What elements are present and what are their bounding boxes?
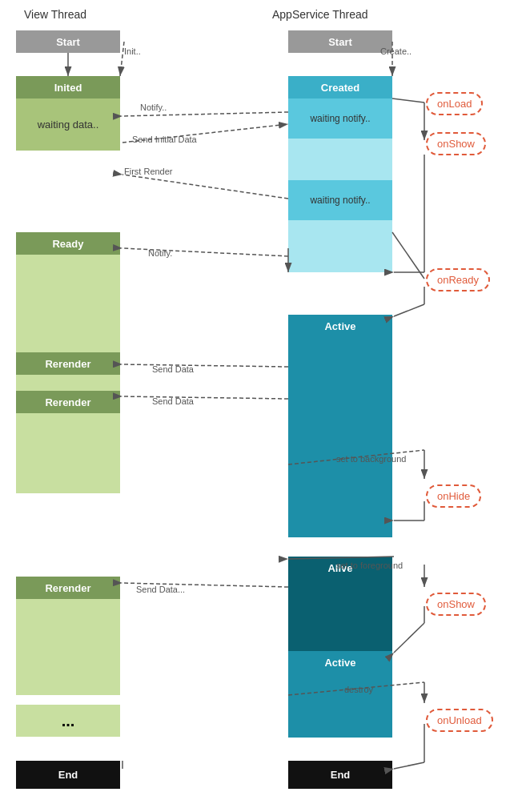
set-fg-label: set to foreground: [336, 561, 403, 570]
appservice-light-blue-gap2: [288, 220, 392, 272]
set-bg-label: set to background: [336, 454, 406, 464]
view-rerender2-block: Rerender: [16, 391, 120, 413]
appservice-waiting-notify2: waiting notify..: [288, 180, 392, 220]
view-inited-block: Inited: [16, 76, 120, 98]
appservice-created-block: Created: [288, 76, 392, 98]
appservice-thread-header: AppService Thread: [272, 8, 368, 21]
view-green-body1: [16, 375, 120, 391]
svg-line-26: [394, 623, 424, 653]
svg-line-9: [392, 232, 424, 279]
svg-line-18: [122, 396, 288, 399]
appservice-light-blue-gap: [288, 139, 392, 180]
onshow2-box: onShow: [426, 593, 486, 616]
view-waiting-data-block: waiting data..: [16, 98, 120, 151]
view-green-body2: [16, 413, 120, 493]
appservice-start-block: Start: [288, 30, 392, 53]
svg-line-4: [122, 112, 288, 116]
diagram-container: View Thread AppService Thread Start Init…: [0, 0, 530, 812]
notify2-label: Notify.: [148, 248, 172, 258]
appservice-active1-body: [288, 337, 392, 537]
svg-line-6: [122, 175, 288, 199]
appservice-active2-body: [288, 673, 392, 738]
create-label: Create..: [380, 46, 412, 56]
onready-box: onReady: [426, 268, 490, 291]
appservice-waiting-notify1: waiting notify..: [288, 98, 392, 139]
onload-box: onLoad: [426, 92, 483, 115]
send-initial-data-label: Send Initial Data: [132, 135, 197, 144]
svg-line-11: [392, 98, 424, 103]
appservice-alive-body: [288, 579, 392, 651]
first-render-label: First Render: [124, 167, 173, 176]
appservice-active1-block: Active: [288, 315, 392, 337]
svg-line-17: [122, 364, 288, 367]
appservice-active2-block: Active: [288, 651, 392, 673]
notify1-label: Notify..: [140, 103, 167, 112]
send-data3-label: Send Data...: [136, 585, 185, 594]
onunload-box: onUnload: [426, 709, 493, 732]
onhide-box: onHide: [426, 484, 481, 508]
send-data1-label: Send Data: [152, 364, 194, 374]
view-end-block: End: [16, 761, 120, 789]
view-ellipsis: ...: [16, 705, 120, 737]
view-start-block: Start: [16, 30, 120, 53]
view-ready-block: Ready: [16, 232, 120, 255]
view-rerender3-block: Rerender: [16, 577, 120, 599]
appservice-end-block: End: [288, 761, 392, 789]
view-rerender1-block: Rerender: [16, 352, 120, 375]
onshow1-box: onShow: [426, 132, 486, 155]
view-thread-header: View Thread: [24, 8, 86, 21]
svg-line-16: [394, 304, 424, 316]
send-data2-label: Send Data: [152, 396, 194, 406]
destroy-label: destroy: [344, 685, 373, 694]
view-green-body3: [16, 599, 120, 695]
init-label: Init..: [124, 46, 141, 56]
svg-line-31: [394, 762, 424, 769]
